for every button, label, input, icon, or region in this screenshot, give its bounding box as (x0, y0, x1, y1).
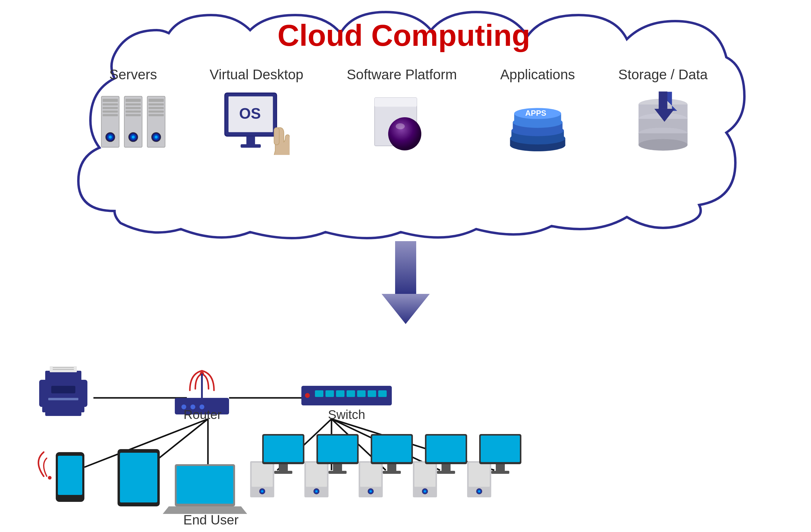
svg-rect-102 (177, 466, 233, 504)
cloud-item-servers: Servers (100, 66, 166, 155)
svg-rect-110 (279, 464, 288, 472)
svg-rect-58 (658, 92, 667, 109)
svg-rect-12 (125, 107, 141, 109)
svg-rect-100 (120, 453, 157, 502)
svg-point-98 (48, 476, 51, 480)
svg-rect-111 (274, 471, 292, 474)
svg-rect-109 (264, 436, 303, 462)
svg-text:APPS: APPS (525, 109, 546, 117)
virtual-desktop-label: Virtual Desktop (210, 66, 304, 82)
svg-rect-140 (469, 463, 490, 487)
svg-rect-5 (103, 114, 118, 116)
svg-rect-127 (372, 436, 411, 462)
svg-point-8 (109, 136, 112, 139)
svg-rect-4 (103, 111, 118, 113)
cloud-item-virtual-desktop: Virtual Desktop OS (210, 66, 304, 155)
svg-rect-74 (48, 398, 78, 400)
svg-rect-23 (149, 114, 164, 116)
svg-rect-89 (315, 390, 323, 397)
svg-rect-33 (274, 127, 279, 145)
svg-text:Router: Router (184, 408, 221, 422)
svg-marker-61 (382, 294, 430, 324)
svg-rect-91 (336, 390, 345, 397)
svg-rect-3 (103, 107, 118, 109)
storage-label: Storage / Data (618, 66, 708, 82)
svg-text:OS: OS (239, 105, 261, 122)
servers-label: Servers (109, 66, 157, 82)
svg-point-116 (316, 490, 317, 492)
svg-rect-119 (333, 464, 342, 472)
svg-text:End User: End User (183, 513, 239, 527)
svg-rect-145 (481, 436, 520, 462)
storage-icon (630, 89, 696, 155)
svg-rect-137 (442, 464, 450, 472)
svg-point-125 (370, 490, 372, 492)
svg-rect-118 (318, 436, 357, 462)
svg-rect-86 (201, 374, 203, 398)
svg-rect-22 (149, 111, 164, 113)
svg-rect-120 (328, 471, 347, 474)
svg-rect-113 (306, 463, 327, 487)
svg-point-88 (305, 393, 310, 398)
svg-point-143 (478, 490, 480, 492)
svg-rect-73 (45, 371, 81, 386)
big-arrow (382, 241, 430, 327)
svg-rect-138 (437, 471, 455, 474)
svg-rect-19 (149, 99, 164, 102)
svg-point-134 (424, 490, 426, 492)
svg-rect-60 (395, 241, 416, 295)
svg-rect-97 (58, 456, 82, 495)
cloud-title: Cloud Computing (278, 18, 531, 53)
cloud-item-software-platform: Software Platform (347, 66, 457, 155)
svg-point-56 (638, 139, 687, 150)
svg-rect-13 (125, 111, 141, 113)
applications-label: Applications (500, 66, 575, 82)
svg-point-17 (132, 136, 135, 139)
svg-rect-104 (251, 463, 273, 487)
svg-rect-90 (325, 390, 334, 397)
svg-rect-128 (387, 464, 396, 472)
svg-rect-94 (368, 390, 376, 397)
cloud-section: Cloud Computing Servers (54, 6, 753, 241)
svg-rect-147 (491, 471, 509, 474)
svg-rect-146 (496, 464, 505, 472)
svg-point-107 (261, 490, 263, 492)
cloud-items: Servers (54, 66, 753, 155)
software-platform-label: Software Platform (347, 66, 457, 82)
svg-rect-2 (103, 103, 118, 106)
svg-rect-95 (378, 390, 387, 397)
svg-rect-131 (414, 463, 435, 487)
svg-rect-129 (383, 471, 401, 474)
svg-rect-122 (360, 463, 381, 487)
svg-rect-1 (103, 99, 118, 102)
servers-icon (100, 89, 166, 155)
svg-rect-35 (374, 98, 417, 107)
svg-point-36 (388, 117, 421, 150)
svg-rect-93 (357, 390, 366, 397)
svg-rect-79 (45, 411, 81, 416)
main-container: Cloud Computing Servers (0, 0, 811, 532)
virtual-desktop-icon: OS (223, 89, 290, 155)
svg-rect-14 (125, 114, 141, 116)
svg-rect-80 (51, 386, 75, 393)
svg-point-26 (155, 136, 158, 139)
svg-rect-136 (426, 436, 465, 462)
cloud-item-storage: Storage / Data (618, 66, 708, 155)
svg-rect-11 (125, 103, 141, 106)
svg-text:Switch: Switch (328, 408, 365, 422)
svg-rect-21 (149, 107, 164, 109)
svg-rect-20 (149, 103, 164, 106)
applications-icon: APPS (505, 89, 571, 155)
software-platform-icon (369, 89, 435, 155)
svg-rect-31 (246, 136, 255, 145)
svg-rect-32 (241, 145, 261, 148)
svg-point-37 (396, 123, 405, 129)
svg-rect-10 (125, 99, 141, 102)
cloud-item-applications: Applications (500, 66, 575, 155)
svg-rect-92 (347, 390, 355, 397)
